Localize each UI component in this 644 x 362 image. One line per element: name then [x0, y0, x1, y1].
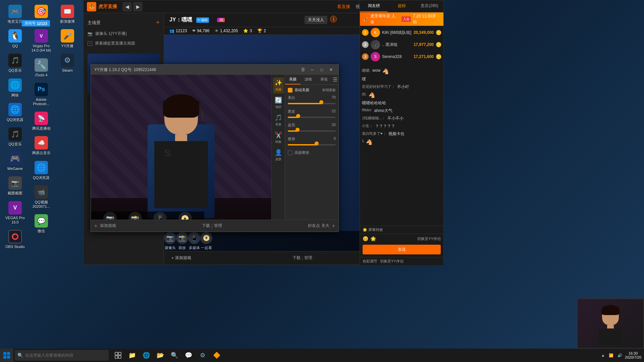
taskbar-file-explorer[interactable]: 📁: [125, 349, 139, 362]
desktop-icon-network[interactable]: 🌐 网络: [3, 77, 27, 99]
desktop-icon-vegas[interactable]: V VEGAS Pro 16.0: [3, 200, 27, 226]
nav-back-button[interactable]: ◀: [122, 2, 132, 11]
taskbar-wechat[interactable]: 💬: [182, 349, 195, 362]
desktop-icon-qqvideo[interactable]: 📹 QQ视频 2020071...: [30, 184, 53, 210]
search-input[interactable]: [25, 353, 106, 358]
info-btn[interactable]: ℹ: [330, 16, 337, 22]
person-figure: S: [144, 98, 218, 212]
chat-msg-8: 视频卡住: [388, 131, 405, 137]
desktop-icon-qqbrowser2[interactable]: 🌐 QQ浏览器: [30, 160, 53, 181]
promo-date: 7.20 11:00开始: [413, 13, 440, 25]
screen-checkbox[interactable]: ✓: [88, 41, 92, 46]
tab-super[interactable]: 超粉: [388, 0, 416, 12]
screen-effect-icon[interactable]: 🌟: [370, 236, 376, 241]
beauty-tab-filter[interactable]: 滤镜: [301, 75, 316, 84]
yy-window-controls: ☰ ─ □ ✕: [299, 66, 335, 74]
tab-fans[interactable]: 闻友榜: [360, 0, 388, 12]
advanced-checkbox[interactable]: [288, 150, 292, 155]
side-icon-beauty[interactable]: ✨ 美颜: [273, 77, 284, 94]
taskbar-task-view[interactable]: [111, 349, 125, 362]
yy-maximize-btn[interactable]: □: [318, 66, 326, 74]
chat-msg-7: ？？？？？: [375, 123, 395, 129]
yy-add-game-label[interactable]: 添加游戏: [100, 223, 116, 229]
download-btn[interactable]: 下载: [292, 255, 301, 261]
torso-content: S: [154, 141, 208, 208]
taskbar-search-box[interactable]: 🔍: [15, 350, 109, 361]
camera-control-btn[interactable]: 📷 摄像头: [164, 232, 176, 250]
desktop-icon-netease[interactable]: ☁️ 网易云音乐: [30, 135, 53, 157]
capture-control-btn[interactable]: 📸 插放: [176, 232, 188, 250]
screen-effect-btn[interactable]: 🌟 屏幕特效: [363, 227, 383, 232]
yy-settings-btn[interactable]: ☰: [299, 66, 307, 74]
side-icon-audio[interactable]: 🎵 音效: [273, 112, 284, 128]
start-button[interactable]: [0, 349, 13, 362]
beauty-tab-makeup[interactable]: 美妆: [316, 75, 332, 84]
switch-yy-partner-btn[interactable]: 切换至YY伴侣: [380, 259, 404, 264]
tray-up-arrow[interactable]: ▲: [600, 353, 606, 357]
sidebar-camera-item[interactable]: 📷 摄像头 1(YY开播): [84, 29, 164, 39]
friends-label[interactable]: 好友点 关大: [308, 223, 329, 229]
desktop-icon-wsgame[interactable]: 🎮 WeGame: [3, 150, 27, 172]
hair-side-right: [194, 101, 199, 114]
desktop-icon-obs[interactable]: ⭕ OBS Studio: [3, 229, 27, 250]
taskbar-extra[interactable]: 🔶: [210, 349, 223, 362]
watch-together-btn[interactable]: 📀 一起看: [200, 232, 212, 250]
taskbar-steam[interactable]: ⚙: [196, 349, 209, 362]
promo-banner[interactable]: 🎉 虎牙周年庆 入会 入会 7.20 11:00开始: [360, 12, 443, 26]
tray-network[interactable]: 📶: [607, 353, 615, 358]
desktop-icon-qqbrowser[interactable]: 🌐 QQ浏览器: [3, 102, 27, 123]
nav-forward-button[interactable]: ▶: [133, 2, 143, 11]
watch-live-btn[interactable]: 看直播: [337, 4, 350, 10]
desktop-icon-weibo[interactable]: ✉️ 新浪微博: [56, 3, 79, 25]
yy-add-btn[interactable]: +: [94, 223, 97, 229]
desktop-icon-vegas2[interactable]: V Vegas Pro 14.0 (64 bit): [30, 28, 53, 54]
yy-close-btn[interactable]: ✕: [327, 66, 335, 74]
basic-beauty-checkbox[interactable]: [288, 88, 292, 93]
side-icon-skin[interactable]: 👤 皮肤: [273, 147, 284, 163]
tray-volume[interactable]: 🔊: [616, 353, 624, 358]
desktop-icon-steam[interactable]: ⚙ Steam: [56, 52, 79, 74]
yy-more-btn[interactable]: +: [332, 223, 335, 229]
side-icon-effects[interactable]: ✂️ 特效: [273, 130, 284, 146]
right-panel-tabs: 闻友榜 超粉 贵宾(280): [360, 0, 443, 12]
beauty-tab-face[interactable]: 美颜: [285, 75, 301, 84]
desktop-icon-ps[interactable]: Ps Adobe Photosh...: [30, 81, 53, 108]
add-game-btn[interactable]: + 添加游戏: [168, 254, 195, 262]
media-control-btn[interactable]: 📱 多媒体: [188, 232, 200, 250]
desktop-icon-screenshot[interactable]: 📷 截图截图: [3, 175, 27, 197]
yy-minimize-btn[interactable]: ─: [308, 66, 316, 74]
sidebar-screen-item[interactable]: ✓ 屏幕捕捉置直播主画面: [84, 39, 164, 48]
switch-yy-btn[interactable]: 切换至YY伴侣: [417, 236, 441, 241]
desktop-icon-itools[interactable]: 🔧 iTools 4: [30, 57, 53, 79]
slider-slim-thumb[interactable]: [315, 141, 319, 145]
advanced-option: 高级整形: [288, 150, 336, 155]
beauty-settings-btn[interactable]: ☰: [332, 75, 338, 84]
send-message-btn[interactable]: 发送: [363, 245, 441, 254]
star-icon: ⭐: [243, 28, 248, 33]
manage-btn[interactable]: 管理: [304, 255, 312, 261]
add-scene-btn[interactable]: +: [156, 19, 160, 26]
slider-brighten-thumb[interactable]: [296, 128, 300, 132]
taskbar-search2[interactable]: 🔍: [168, 349, 181, 362]
stat-3: ⭐ 3: [243, 28, 252, 33]
color-adjust-btn[interactable]: 色彩调节: [363, 259, 377, 264]
taskbar-explorer2[interactable]: 📂: [154, 349, 167, 362]
join-badge[interactable]: 入会: [401, 16, 411, 22]
chat-msg-1: 噗: [362, 76, 366, 82]
desktop-icon-yylive[interactable]: 🎤 YY开播: [56, 28, 79, 50]
desktop-icon-qqmusic2[interactable]: 🎵 QQ音乐: [3, 126, 27, 148]
desktop-icon-qq[interactable]: 🐧 QQ: [3, 28, 27, 50]
views-value: 1,432,205: [220, 28, 238, 33]
tray-time[interactable]: 16:30 2020/7/20: [625, 351, 641, 359]
tab-rich[interactable]: 贵宾(280): [416, 0, 443, 12]
slider-skin-thumb[interactable]: [296, 114, 300, 118]
clock-time: 16:30: [625, 351, 641, 355]
follow-btn[interactable]: 天天没人: [305, 16, 327, 24]
side-icon-switch[interactable]: 🔄 场切: [273, 95, 284, 111]
desktop-icon-tencent-live[interactable]: 📡 腾讯直播他: [30, 110, 53, 132]
slider-whiteness-thumb[interactable]: [319, 100, 323, 104]
emoji-btn[interactable]: 😊: [363, 236, 368, 241]
desktop-icon-wechat[interactable]: 💬 微信: [30, 213, 53, 235]
desktop-icon-qqmusic[interactable]: 🎵 QQ音乐: [3, 52, 27, 74]
taskbar-edge[interactable]: 🌐: [140, 349, 153, 362]
